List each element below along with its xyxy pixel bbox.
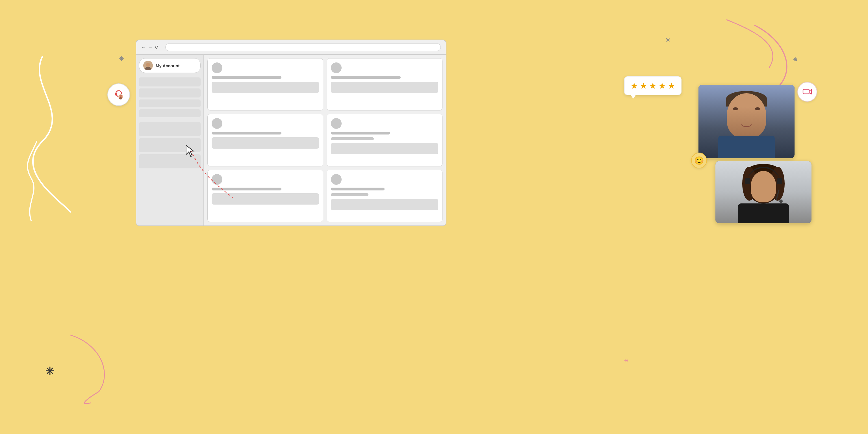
browser-window: ← → ↺ My Account (135, 39, 446, 226)
card-box-6[interactable] (331, 199, 438, 210)
sidebar-item-7[interactable] (139, 154, 200, 168)
card-avatar-3 (212, 118, 222, 129)
star-5: ★ (668, 81, 675, 91)
sidebar-item-4[interactable] (139, 110, 200, 117)
star-2: ★ (640, 81, 647, 91)
svg-point-0 (146, 63, 150, 67)
card-line-6 (331, 188, 384, 190)
svg-point-7 (119, 97, 122, 99)
sidebar-item-2[interactable] (139, 88, 200, 97)
card-line-6b (331, 193, 368, 196)
sidebar-items-group (139, 78, 200, 222)
headset-icon-circle (107, 83, 130, 106)
card-avatar-2 (331, 62, 342, 73)
sidebar-item-5[interactable] (139, 122, 200, 136)
back-button[interactable]: ← (141, 44, 146, 50)
card-line-4b (331, 137, 374, 140)
star-4: ★ (658, 81, 666, 91)
svg-rect-3 (115, 93, 117, 95)
card-line-1 (212, 76, 281, 79)
asterisk-icon: ✳ (45, 365, 54, 377)
sparkle-icon-2: ✳ (665, 37, 670, 43)
sidebar-item-6[interactable] (139, 138, 200, 152)
man-shirt (718, 135, 775, 158)
woman-shirt (738, 204, 789, 223)
star-1: ★ (630, 81, 638, 91)
card-2 (327, 58, 442, 111)
emoji-icon-circle: 😊 (691, 153, 707, 168)
svg-point-1 (145, 67, 151, 70)
emoji-icon: 😊 (694, 156, 704, 165)
woman-photo (715, 161, 811, 223)
card-box-4[interactable] (331, 143, 438, 154)
sparkle-icon-3: ✳ (793, 57, 797, 63)
my-account-tab[interactable]: My Account (139, 58, 200, 73)
browser-content: My Account (136, 55, 446, 225)
card-3 (207, 114, 323, 166)
card-box-3[interactable] (212, 137, 319, 149)
avatar (143, 61, 153, 70)
card-line-5 (212, 188, 281, 190)
card-6 (327, 170, 442, 222)
card-box-5[interactable] (212, 193, 319, 205)
refresh-button[interactable]: ↺ (155, 44, 158, 50)
card-line-3 (212, 132, 281, 134)
card-box-1[interactable] (212, 82, 319, 93)
sidebar: My Account (136, 55, 204, 225)
man-photo (699, 85, 795, 158)
card-4 (327, 114, 442, 166)
video-call-icon-circle (797, 82, 817, 102)
browser-nav: ← → ↺ (141, 44, 158, 50)
address-bar[interactable] (165, 43, 441, 51)
card-box-2[interactable] (331, 82, 438, 93)
card-line-2 (331, 76, 401, 79)
card-avatar-4 (331, 118, 342, 129)
card-1 (207, 58, 323, 111)
stars-rating-bubble: ★ ★ ★ ★ ★ (624, 76, 682, 95)
sidebar-item-3[interactable] (139, 99, 200, 107)
sparkle-icon: ✳ (119, 55, 124, 62)
card-avatar-1 (212, 62, 222, 73)
svg-rect-8 (803, 89, 809, 94)
sidebar-item-1[interactable] (139, 78, 200, 87)
video-frame-woman (715, 161, 811, 223)
video-frame-man (699, 85, 795, 158)
card-5 (207, 170, 323, 222)
man-face (727, 93, 766, 138)
card-line-4 (331, 132, 390, 134)
svg-point-6 (120, 95, 122, 97)
main-content-grid (204, 55, 446, 225)
star-3: ★ (649, 81, 657, 91)
card-avatar-5 (212, 174, 222, 185)
my-account-label: My Account (156, 63, 179, 68)
forward-button[interactable]: → (148, 44, 153, 50)
browser-toolbar: ← → ↺ (136, 40, 446, 55)
card-avatar-6 (331, 174, 342, 185)
sparkle-icon-4: ✳ (624, 358, 628, 363)
